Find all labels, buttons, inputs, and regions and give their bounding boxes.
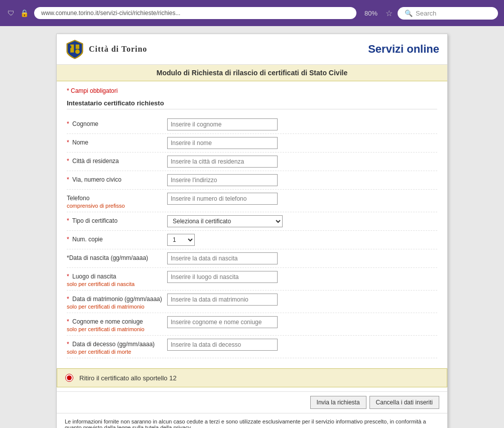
cognome-field — [167, 118, 437, 130]
birth-date-input[interactable] — [167, 252, 278, 264]
citta-row: * Città di residenza — [67, 153, 437, 171]
birth-place-row: * Luogo di nascita solo per certificati … — [67, 268, 437, 291]
lock-icon: 🔒 — [19, 8, 29, 18]
bookmark-icon[interactable]: ☆ — [386, 9, 393, 18]
num-copies-label: * Num. copie — [67, 234, 167, 243]
birth-date-row: *Data di nascita (gg/mm/aaaa) — [67, 249, 437, 268]
svg-rect-1 — [76, 45, 79, 49]
death-date-field — [167, 339, 437, 351]
cancel-button[interactable]: Cancella i dati inseriti — [369, 396, 439, 409]
servizi-online-title: Servizi online — [368, 43, 439, 56]
pickup-section: Ritiro il certificato allo sportello 12 — [57, 368, 447, 387]
spouse-name-field — [167, 316, 437, 328]
logo-text: Città di Torino — [89, 45, 147, 54]
page-body: Città di Torino Servizi online Modulo di… — [0, 26, 504, 428]
search-icon: 🔍 — [405, 10, 413, 17]
browser-nav-icons: 🛡 🔒 — [6, 8, 29, 18]
via-row: * Via, numero civico — [67, 171, 437, 190]
action-bar: Invia la richiesta Cancella i dati inser… — [57, 391, 447, 413]
cognome-label: * Cognome — [67, 118, 167, 127]
logo-area: Città di Torino — [65, 39, 147, 59]
certificate-type-row: * Tipo di certificato Seleziona il certi… — [67, 212, 437, 231]
security-icon: 🛡 — [6, 8, 16, 18]
citta-label: * Città di residenza — [67, 156, 167, 165]
certificate-type-select[interactable]: Seleziona il certificato — [167, 215, 283, 227]
spouse-name-label: * Cognome e nome coniuge solo per certif… — [67, 316, 167, 332]
search-bar[interactable]: 🔍 Search — [398, 7, 498, 20]
svg-rect-0 — [70, 45, 74, 53]
zoom-badge: 80% — [361, 9, 381, 18]
cognome-row: * Cognome — [67, 115, 437, 134]
birth-date-label: *Data di nascita (gg/mm/aaaa) — [67, 252, 167, 261]
telefono-row: Telefono comprensivo di prefisso — [67, 190, 437, 212]
content-card: Città di Torino Servizi online Modulo di… — [56, 34, 448, 428]
url-text: www.comune.torino.it/servizi-civici/rich… — [41, 10, 180, 17]
birth-place-input[interactable] — [167, 271, 278, 283]
nome-row: * Nome — [67, 134, 437, 153]
section-title: Intestatario certificato richiesto — [67, 99, 437, 109]
form-body: * Campi obbligatori Intestatario certifi… — [57, 81, 447, 364]
certificate-type-label: * Tipo di certificato — [67, 215, 167, 224]
search-label: Search — [416, 10, 436, 17]
num-copies-select[interactable]: 1 2 3 4 5 — [167, 234, 195, 246]
form-title-bar: Modulo di Richiesta di rilascio di certi… — [57, 65, 447, 81]
browser-chrome: 🛡 🔒 www.comune.torino.it/servizi-civici/… — [0, 0, 504, 26]
spouse-name-row: * Cognome e nome coniuge solo per certif… — [67, 313, 437, 336]
pickup-radio[interactable] — [65, 374, 73, 382]
address-bar[interactable]: www.comune.torino.it/servizi-civici/rich… — [34, 7, 356, 19]
nome-field — [167, 137, 437, 149]
telefono-input[interactable] — [167, 193, 278, 205]
nome-label: * Nome — [67, 137, 167, 146]
required-note: * Campi obbligatori — [67, 87, 437, 94]
submit-button[interactable]: Invia la richiesta — [310, 396, 366, 409]
marriage-date-input[interactable] — [167, 294, 278, 306]
death-date-input[interactable] — [167, 339, 278, 351]
footer-note: Le informazioni fornite non saranno in a… — [57, 413, 447, 428]
birth-place-field — [167, 271, 437, 283]
pickup-label: Ritiro il certificato allo sportello 12 — [79, 374, 177, 382]
citta-field — [167, 156, 437, 168]
torino-shield-icon — [65, 39, 85, 59]
via-field — [167, 174, 437, 186]
telefono-field — [167, 193, 437, 205]
form-title: Modulo di Richiesta di rilascio di certi… — [157, 69, 347, 77]
num-copies-field: 1 2 3 4 5 — [167, 234, 437, 246]
death-date-label: * Data di decesso (gg/mm/aaaa) solo per … — [67, 339, 167, 355]
card-header: Città di Torino Servizi online — [57, 34, 447, 65]
telefono-label: Telefono comprensivo di prefisso — [67, 193, 167, 209]
via-label: * Via, numero civico — [67, 174, 167, 183]
marriage-date-field — [167, 294, 437, 306]
marriage-date-label: * Data di matrimonio (gg/mm/aaaa) solo p… — [67, 294, 167, 310]
certificate-type-field: Seleziona il certificato — [167, 215, 437, 227]
spouse-name-input[interactable] — [167, 316, 278, 328]
svg-point-2 — [75, 49, 80, 54]
nome-input[interactable] — [167, 137, 278, 149]
cognome-input[interactable] — [167, 118, 278, 130]
birth-date-field — [167, 252, 437, 264]
death-date-row: * Data di decesso (gg/mm/aaaa) solo per … — [67, 336, 437, 358]
via-input[interactable] — [167, 174, 278, 186]
citta-input[interactable] — [167, 156, 278, 168]
num-copies-row: * Num. copie 1 2 3 4 5 — [67, 231, 437, 249]
birth-place-label: * Luogo di nascita solo per certificati … — [67, 271, 167, 287]
marriage-date-row: * Data di matrimonio (gg/mm/aaaa) solo p… — [67, 291, 437, 313]
